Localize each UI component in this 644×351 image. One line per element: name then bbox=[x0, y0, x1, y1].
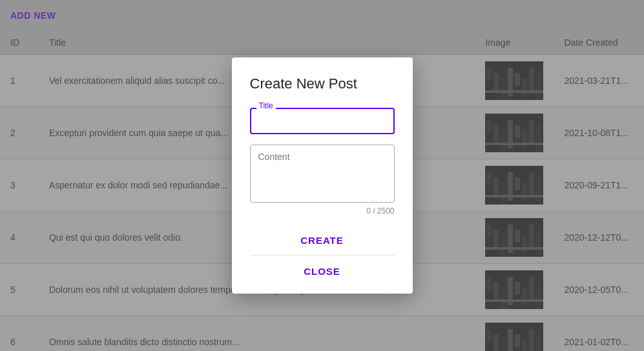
content-textarea[interactable] bbox=[250, 145, 395, 203]
title-input[interactable] bbox=[250, 108, 395, 134]
content-field-group: 0 / 2500 bbox=[250, 145, 395, 216]
close-button[interactable]: CLOSE bbox=[250, 258, 395, 281]
title-field-label: Title bbox=[256, 101, 276, 110]
modal-overlay: Create New Post Title 0 / 2500 CREATE CL… bbox=[0, 0, 644, 351]
create-button[interactable]: CREATE bbox=[250, 226, 395, 252]
modal-title: Create New Post bbox=[250, 75, 395, 92]
title-field-group: Title bbox=[250, 108, 395, 134]
char-count: 0 / 2500 bbox=[250, 206, 395, 216]
create-post-modal: Create New Post Title 0 / 2500 CREATE CL… bbox=[232, 57, 413, 294]
modal-divider bbox=[250, 255, 395, 256]
